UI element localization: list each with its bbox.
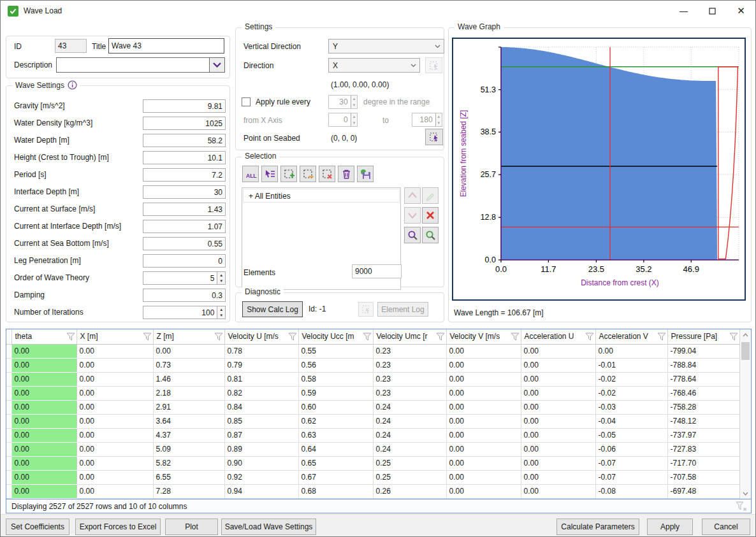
delete-selection-button[interactable] [338, 166, 354, 182]
delete-item-button[interactable] [422, 207, 439, 224]
save-selection-button[interactable] [357, 166, 374, 182]
close-button[interactable]: ✕ [727, 1, 755, 21]
info-icon[interactable] [68, 80, 77, 90]
table-row[interactable]: 0.000.000.000.780.550.230.000.000.00-799… [6, 344, 739, 358]
window-title: Wave Load [24, 6, 62, 15]
identity-group: ID 43 Title Wave 43 Description [6, 36, 230, 78]
elements-field[interactable]: 9000 [352, 264, 402, 278]
point-on-seabed-pick-button[interactable] [425, 129, 443, 145]
column-header[interactable]: Z [m] [153, 329, 224, 344]
filter-funnel-icon[interactable] [288, 333, 297, 341]
table-row[interactable]: 0.000.002.180.820.590.230.000.00-0.02-76… [6, 386, 739, 400]
field-input[interactable]: 1.07 [143, 220, 226, 233]
table-cell: 0.00 [446, 456, 521, 470]
save-load-wave-settings-button[interactable]: Save/Load Wave Settings [221, 519, 316, 535]
table-cell: 0.00 [11, 386, 76, 400]
filter-funnel-icon[interactable] [363, 333, 372, 341]
show-calc-log-button[interactable]: Show Calc Log [242, 301, 303, 317]
to-label: to [382, 116, 389, 125]
table-cell: 0.00 [446, 386, 521, 400]
column-header[interactable]: theta [11, 329, 76, 344]
set-coefficients-button[interactable]: Set Coefficients [6, 519, 69, 535]
table-row[interactable]: 0.000.001.460.810.580.230.000.00-0.02-77… [6, 372, 739, 386]
filter-funnel-icon[interactable] [585, 333, 594, 341]
description-dropdown-button[interactable] [209, 58, 224, 72]
clear-selection-button[interactable] [319, 166, 335, 182]
column-header[interactable]: Velocity Ucc [m [298, 329, 373, 344]
spinner-arrows[interactable]: ▲▼ [217, 306, 225, 319]
filter-funnel-icon[interactable] [657, 333, 666, 341]
filter-funnel-icon[interactable] [436, 333, 445, 341]
cancel-button[interactable]: Cancel [702, 519, 750, 535]
field-input[interactable]: 7.2 [143, 168, 226, 182]
table-cell: 0.24 [373, 428, 446, 442]
select-all-icon: ALL [244, 168, 258, 181]
remove-from-selection-button[interactable] [300, 166, 316, 182]
row-header-cell [6, 344, 11, 358]
filter-funnel-icon[interactable] [214, 333, 223, 341]
field-input[interactable]: 10.1 [143, 151, 226, 164]
add-to-selection-button[interactable] [280, 166, 297, 182]
field-input[interactable]: 0.55 [143, 237, 226, 250]
table-row[interactable]: 0.000.007.280.940.680.260.000.00-0.08-69… [6, 484, 739, 498]
table-cell: -0.05 [595, 428, 667, 442]
spinner-arrows[interactable]: ▲▼ [217, 272, 225, 284]
title-field[interactable]: Wave 43 [108, 38, 224, 54]
table-row[interactable]: 0.000.002.910.840.600.240.000.00-0.03-75… [6, 400, 739, 414]
table-cell: 0.62 [298, 414, 373, 428]
minimize-button[interactable]: — [669, 1, 698, 21]
table-cell: 0.00 [76, 372, 153, 386]
description-combobox[interactable] [56, 57, 225, 73]
field-input[interactable]: 9.81 [143, 99, 226, 113]
table-row[interactable]: 0.000.006.550.920.670.250.000.00-0.07-70… [6, 470, 739, 484]
column-header[interactable]: X [m] [76, 329, 153, 344]
scrollbar-thumb[interactable] [741, 342, 750, 360]
table-row[interactable]: 0.000.005.090.890.640.240.000.00-0.06-72… [6, 442, 739, 456]
column-header[interactable]: Velocity V [m/s [446, 329, 521, 344]
field-input[interactable]: 0.3 [143, 289, 226, 302]
table-row[interactable]: 0.000.004.370.870.630.240.000.00-0.05-73… [6, 428, 739, 442]
field-input[interactable]: 58.2 [143, 134, 226, 147]
apply-button[interactable]: Apply [647, 519, 693, 535]
direction-select[interactable]: X [328, 58, 420, 73]
field-input[interactable]: 100▲▼ [143, 306, 226, 319]
table-cell: 0.90 [224, 456, 298, 470]
field-input[interactable]: 1025 [143, 117, 226, 130]
field-input[interactable]: 30 [143, 185, 226, 199]
table-row[interactable]: 0.000.003.640.850.620.240.000.00-0.04-74… [6, 414, 739, 428]
maximize-button[interactable] [698, 1, 727, 21]
column-header[interactable]: Velocity U [m/s [224, 329, 298, 344]
column-header[interactable]: Velocity Umc [r [373, 329, 446, 344]
zoom-fit-button[interactable] [422, 227, 439, 243]
filter-funnel-icon[interactable] [729, 333, 738, 341]
zoom-selection-button[interactable] [404, 227, 421, 243]
row-header-strip [6, 329, 11, 344]
vertical-direction-select[interactable]: Y [328, 39, 444, 54]
scroll-up-button[interactable] [740, 329, 751, 340]
table-row[interactable]: 0.000.005.820.900.650.250.000.00-0.07-71… [6, 456, 739, 470]
plot-button[interactable]: Plot [165, 519, 218, 535]
filter-funnel-icon[interactable] [511, 333, 520, 341]
column-header[interactable]: Acceleration V [595, 329, 667, 344]
scroll-down-button[interactable] [740, 488, 751, 499]
table-cell: 0.00 [521, 470, 595, 484]
clear-filter-icon[interactable] [736, 501, 747, 512]
column-header[interactable]: Pressure [Pa] [667, 329, 739, 344]
select-all-button[interactable]: ALL [242, 166, 259, 182]
select-by-list-button[interactable] [261, 166, 278, 182]
field-input[interactable]: 5▲▼ [143, 271, 226, 285]
table-vertical-scrollbar[interactable] [739, 329, 751, 499]
list-item[interactable]: + All Entities [243, 189, 400, 203]
field-input[interactable]: 0 [143, 254, 226, 268]
apply-rule-checkbox[interactable] [242, 97, 251, 106]
table-row[interactable]: 0.000.000.730.790.560.230.000.00-0.01-78… [6, 358, 739, 372]
calculate-parameters-button[interactable]: Calculate Parameters [556, 519, 639, 535]
table-cell: 6.55 [153, 470, 224, 484]
wave-length-text: Wave Length = 106.67 [m] [454, 308, 544, 317]
column-header[interactable]: Acceleration U [521, 329, 595, 344]
filter-funnel-icon[interactable] [66, 333, 75, 341]
x-tick-label: 46.9 [683, 264, 699, 274]
field-input[interactable]: 1.43 [143, 203, 226, 216]
filter-funnel-icon[interactable] [143, 333, 152, 341]
export-forces-to-excel-button[interactable]: Export Forces to Excel [75, 519, 161, 535]
